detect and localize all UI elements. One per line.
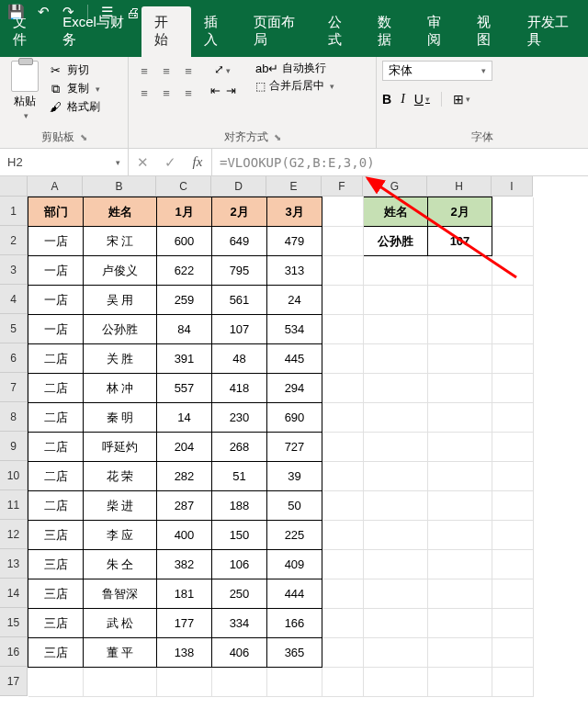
cut-button[interactable]: ✂剪切 [48, 62, 100, 78]
row-header[interactable]: 1 [0, 197, 28, 226]
cell[interactable]: 138 [157, 638, 212, 668]
cell[interactable] [492, 197, 534, 227]
row-header[interactable]: 8 [0, 402, 28, 432]
cell[interactable] [492, 550, 534, 579]
cell[interactable]: 部门 [28, 197, 84, 227]
cell[interactable]: 268 [212, 433, 267, 462]
cell[interactable]: 吴 用 [84, 286, 157, 315]
row-header[interactable]: 14 [0, 579, 28, 608]
cell[interactable] [322, 491, 364, 521]
cell[interactable]: 公孙胜 [364, 227, 428, 256]
cell[interactable] [428, 344, 492, 374]
cell[interactable] [322, 579, 364, 609]
cell[interactable] [322, 344, 364, 374]
cell[interactable]: 107 [212, 315, 267, 344]
cell[interactable] [322, 609, 364, 638]
tab-layout[interactable]: 页面布局 [241, 6, 314, 57]
cell[interactable] [428, 374, 492, 403]
dialog-launcher-icon[interactable]: ⬊ [274, 132, 281, 142]
cell[interactable] [364, 403, 428, 433]
cell[interactable]: 二店 [28, 403, 84, 433]
fx-icon[interactable]: fx [184, 154, 211, 170]
cell[interactable]: 84 [157, 315, 212, 344]
cell[interactable]: 51 [212, 462, 267, 491]
cell[interactable]: 14 [157, 403, 212, 433]
cell[interactable]: 林 冲 [84, 374, 157, 403]
cell[interactable]: 1月 [157, 197, 212, 227]
cell[interactable]: 230 [212, 403, 267, 433]
cell[interactable] [428, 579, 492, 609]
cell[interactable]: 柴 进 [84, 491, 157, 521]
cell[interactable]: 三店 [28, 521, 84, 550]
cell[interactable]: 朱 仝 [84, 550, 157, 579]
cell[interactable]: 204 [157, 433, 212, 462]
tab-view[interactable]: 视图 [464, 6, 514, 57]
decrease-indent-icon[interactable]: ⇤ [210, 84, 220, 97]
cell[interactable] [428, 521, 492, 550]
cell[interactable]: 武 松 [84, 609, 157, 638]
cell[interactable]: 二店 [28, 344, 84, 374]
cell[interactable]: 姓名 [84, 197, 157, 227]
cell[interactable]: 727 [267, 433, 322, 462]
cell[interactable]: 秦 明 [84, 403, 157, 433]
row-header[interactable]: 12 [0, 520, 28, 549]
col-header-I[interactable]: I [492, 176, 533, 197]
row-header[interactable]: 4 [0, 285, 28, 314]
row-header[interactable]: 6 [0, 343, 28, 373]
cell[interactable]: 795 [212, 256, 267, 286]
cell[interactable]: 406 [212, 638, 267, 668]
cell[interactable] [364, 609, 428, 638]
cell[interactable] [492, 374, 534, 403]
row-header[interactable]: 15 [0, 608, 28, 637]
cell[interactable] [364, 550, 428, 579]
cell[interactable]: 三店 [28, 638, 84, 668]
cell[interactable] [364, 579, 428, 609]
cell[interactable]: 445 [267, 344, 322, 374]
cell[interactable] [364, 521, 428, 550]
cell[interactable]: 294 [267, 374, 322, 403]
merge-center-button[interactable]: ⬚合并后居中▾ [255, 78, 334, 94]
cell[interactable] [364, 668, 428, 697]
row-header[interactable]: 11 [0, 490, 28, 520]
cell[interactable]: 382 [157, 550, 212, 579]
cell[interactable] [428, 491, 492, 521]
align-top-icon[interactable]: ≡ [134, 61, 154, 81]
cell[interactable]: 二店 [28, 374, 84, 403]
cell[interactable]: 534 [267, 315, 322, 344]
cell[interactable] [322, 521, 364, 550]
cell[interactable]: 一店 [28, 315, 84, 344]
paste-button[interactable]: 粘贴 ▾ [6, 61, 44, 120]
cell[interactable] [157, 668, 212, 697]
col-header-A[interactable]: A [28, 176, 83, 197]
align-left-icon[interactable]: ≡ [134, 83, 154, 103]
row-header[interactable]: 7 [0, 373, 28, 402]
cell[interactable]: 39 [267, 462, 322, 491]
align-bottom-icon[interactable]: ≡ [178, 61, 198, 81]
cell[interactable]: 690 [267, 403, 322, 433]
cell[interactable]: 400 [157, 521, 212, 550]
cell[interactable] [364, 286, 428, 315]
row-header[interactable]: 17 [0, 667, 28, 696]
cell[interactable]: 2月 [428, 197, 492, 227]
cell[interactable]: 479 [267, 227, 322, 256]
select-all-corner[interactable] [0, 176, 28, 197]
cell[interactable] [428, 668, 492, 697]
cell[interactable]: 561 [212, 286, 267, 315]
cell[interactable] [364, 374, 428, 403]
cell[interactable] [492, 462, 534, 491]
row-header[interactable]: 9 [0, 432, 28, 461]
cell[interactable] [322, 374, 364, 403]
cell[interactable] [364, 344, 428, 374]
cell[interactable] [492, 638, 534, 668]
cell[interactable]: 600 [157, 227, 212, 256]
cell[interactable] [428, 550, 492, 579]
col-header-C[interactable]: C [156, 176, 211, 197]
cell[interactable] [364, 462, 428, 491]
tab-insert[interactable]: 插入 [191, 6, 241, 57]
align-right-icon[interactable]: ≡ [178, 83, 198, 103]
cell[interactable]: 宋 江 [84, 227, 157, 256]
cell[interactable] [28, 668, 84, 697]
cell[interactable]: 鲁智深 [84, 579, 157, 609]
cell[interactable] [322, 286, 364, 315]
cell[interactable] [322, 256, 364, 286]
